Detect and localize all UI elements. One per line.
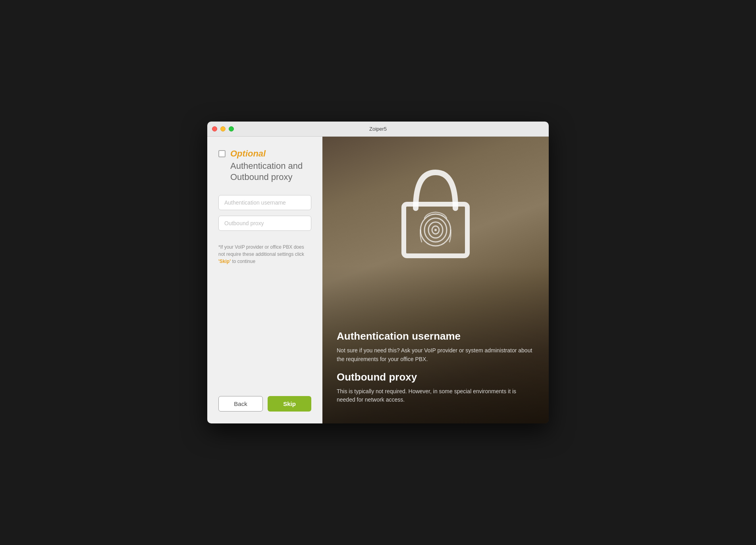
maximize-button[interactable] [229, 126, 234, 131]
inputs-section [218, 195, 311, 231]
main-window: Zoiper5 Optional Authentication and Outb… [207, 122, 549, 423]
proxy-heading: Outbound proxy [337, 371, 534, 383]
back-button[interactable]: Back [218, 396, 263, 412]
proxy-description: This is typically not required. However,… [337, 387, 534, 404]
auth-username-input[interactable] [218, 195, 311, 210]
skip-button[interactable]: Skip [268, 396, 311, 412]
auth-heading: Authentication username [337, 330, 534, 342]
left-panel: Optional Authentication and Outbound pro… [207, 137, 322, 423]
optional-label: Optional [230, 149, 311, 159]
svg-point-5 [434, 229, 437, 231]
hint-text: *If your VoIP provider or office PBX doe… [218, 244, 311, 265]
buttons-row: Back Skip [218, 396, 311, 412]
close-button[interactable] [212, 126, 217, 131]
outbound-proxy-input[interactable] [218, 216, 311, 231]
overlay-text: Authentication username Not sure if you … [337, 330, 534, 412]
right-panel: Authentication username Not sure if you … [322, 137, 549, 423]
optional-checkbox[interactable] [218, 150, 226, 157]
titlebar: Zoiper5 [207, 122, 549, 137]
traffic-lights [212, 126, 234, 131]
hint-before: *If your VoIP provider or office PBX doe… [218, 244, 304, 257]
window-content: Optional Authentication and Outbound pro… [207, 137, 549, 423]
lock-illustration [384, 149, 487, 276]
minimize-button[interactable] [220, 126, 226, 131]
hint-after: to continue [231, 259, 255, 264]
window-title: Zoiper5 [369, 126, 387, 132]
optional-text-block: Optional Authentication and Outbound pro… [230, 149, 311, 182]
auth-description: Not sure if you need this? Ask your VoIP… [337, 346, 534, 363]
optional-section: Optional Authentication and Outbound pro… [218, 149, 311, 182]
hint-skip[interactable]: 'Skip' [218, 259, 231, 264]
right-background: Authentication username Not sure if you … [322, 137, 549, 423]
section-title: Authentication and Outbound proxy [230, 160, 311, 182]
